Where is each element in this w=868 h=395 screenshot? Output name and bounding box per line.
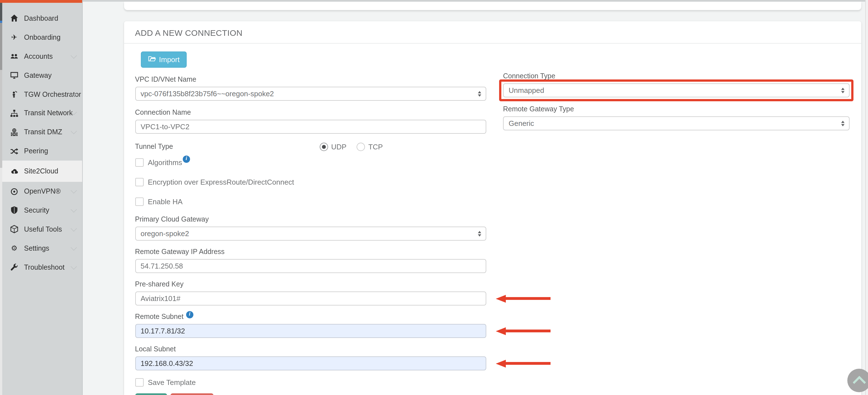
encryption-label: Encryption over ExpressRoute/DirectConne…	[148, 178, 294, 186]
field-connection-type: Connection Type Unmapped	[503, 72, 849, 101]
page-scrollbar[interactable]	[865, 0, 868, 395]
encryption-checkbox-row[interactable]: Encryption over ExpressRoute/DirectConne…	[135, 178, 850, 186]
primary-cloud-gateway-select[interactable]: oregon-spoke2	[135, 227, 486, 241]
tgw-icon	[9, 90, 19, 98]
save-template-checkbox[interactable]	[135, 378, 143, 387]
algorithms-label: Algorithms	[148, 158, 182, 167]
scroll-to-top-button[interactable]	[847, 369, 868, 392]
tunnel-type-radio-tcp[interactable]: TCP	[356, 143, 383, 151]
form-right-column: Connection Type Unmapped Remote Gateway …	[503, 72, 849, 130]
field-local-subnet: Local Subnet	[135, 345, 486, 370]
field-pre-shared-key: Pre-shared Key	[135, 280, 486, 306]
open-folder-icon	[148, 55, 156, 64]
vpc-select[interactable]: vpc-076f135b8f23b75f6~~oregon-spoke2	[135, 87, 486, 101]
tunnel-type-radio-udp[interactable]: UDP	[319, 143, 346, 151]
chevron-down-icon	[71, 263, 77, 270]
select-stepper-icon	[477, 231, 481, 237]
sidebar-item-transit-dmz[interactable]: Transit DMZ	[2, 123, 82, 142]
sidebar-item-useful-tools[interactable]: Useful Tools	[2, 220, 82, 239]
shield-icon	[9, 206, 19, 215]
select-stepper-icon	[841, 88, 844, 93]
connection-name-label: Connection Name	[135, 109, 486, 117]
remote-gateway-type-value: Generic	[508, 119, 534, 128]
sitemap-icon	[9, 109, 19, 117]
import-button[interactable]: Import	[141, 52, 187, 68]
enable-ha-checkbox[interactable]	[135, 198, 143, 206]
sidebar-item-accounts[interactable]: Accounts	[2, 47, 82, 66]
remote-gateway-type-select[interactable]: Generic	[503, 116, 849, 130]
radio-unselected-icon	[356, 143, 365, 151]
chevron-down-icon	[71, 206, 77, 213]
field-remote-gateway-ip: Remote Gateway IP Address	[135, 248, 486, 273]
sidebar-item-dashboard[interactable]: Dashboard	[2, 9, 82, 28]
sidebar-item-settings[interactable]: ⚙Settings	[2, 239, 82, 258]
add-connection-card: ADD A NEW CONNECTION Import VPC ID/VNet …	[124, 21, 861, 395]
connection-type-select[interactable]: Unmapped	[503, 83, 849, 97]
sidebar-item-gateway[interactable]: Gateway	[2, 66, 82, 85]
sidebar-item-transit-network[interactable]: Transit Network	[2, 104, 82, 123]
enable-ha-label: Enable HA	[148, 198, 183, 206]
sidebar-item-troubleshoot[interactable]: Troubleshoot	[2, 258, 82, 277]
sidebar-item-label: Site2Cloud	[24, 167, 58, 175]
sidebar-nav: Dashboard✈OnboardingAccountsGatewayTGW O…	[2, 0, 82, 277]
encryption-checkbox[interactable]	[135, 178, 143, 186]
chevron-down-icon	[71, 188, 77, 194]
chevron-down-icon	[71, 225, 77, 232]
field-remote-subnet: Remote Subnet i	[135, 313, 486, 338]
pre-shared-key-input[interactable]	[135, 291, 486, 306]
local-subnet-input[interactable]	[135, 357, 486, 370]
vpc-label: VPC ID/VNet Name	[135, 76, 486, 84]
annotation-arrow	[495, 360, 551, 367]
cube-icon	[9, 225, 19, 233]
algorithms-checkbox[interactable]	[135, 158, 143, 167]
vpc-select-value: vpc-076f135b8f23b75f6~~oregon-spoke2	[141, 89, 274, 98]
shuffle-icon	[9, 147, 19, 155]
connection-type-value: Unmapped	[508, 86, 544, 94]
info-icon[interactable]: i	[183, 156, 190, 163]
sidebar-item-label: Transit DMZ	[24, 129, 62, 136]
sidebar-item-onboarding[interactable]: ✈Onboarding	[2, 28, 82, 47]
cancel-button[interactable]: × Cancel	[171, 393, 214, 395]
annotation-arrow	[495, 294, 551, 302]
primary-cloud-gateway-label: Primary Cloud Gateway	[135, 216, 486, 224]
remote-gateway-type-label: Remote Gateway Type	[503, 105, 849, 114]
chevron-up-icon	[852, 376, 866, 389]
connection-name-input[interactable]	[135, 120, 486, 134]
sidebar-item-label: Onboarding	[24, 34, 61, 41]
ok-button[interactable]: ✓ OK	[135, 393, 167, 395]
save-template-label: Save Template	[148, 378, 196, 387]
firewall-icon	[9, 128, 19, 137]
select-stepper-icon	[477, 91, 481, 97]
tcp-radio-label: TCP	[368, 143, 383, 151]
sidebar-item-security[interactable]: Security	[2, 201, 82, 220]
chevron-down-icon	[71, 52, 77, 59]
wrench-icon	[9, 263, 19, 271]
local-subnet-label: Local Subnet	[135, 345, 486, 354]
remote-subnet-input[interactable]	[135, 324, 486, 338]
save-template-checkbox-row[interactable]: Save Template	[135, 378, 850, 387]
remote-gateway-ip-input[interactable]	[135, 259, 486, 273]
top-gray-strip	[82, 0, 868, 2]
sidebar-item-site2cloud[interactable]: Site2Cloud	[2, 161, 82, 182]
chevron-down-icon	[71, 244, 77, 251]
field-connection-name: Connection Name	[135, 109, 486, 134]
remote-gateway-ip-label: Remote Gateway IP Address	[135, 248, 486, 256]
sidebar-item-label: Dashboard	[24, 15, 58, 22]
sidebar-item-peering[interactable]: Peering	[2, 142, 82, 161]
page-title: ADD A NEW CONNECTION	[135, 28, 243, 37]
sidebar-item-label: OpenVPN®	[24, 188, 61, 195]
remote-subnet-label: Remote Subnet i	[135, 313, 486, 321]
info-icon[interactable]: i	[186, 311, 193, 318]
import-button-label: Import	[159, 55, 180, 64]
form-buttons: ✓ OK × Cancel	[135, 393, 850, 395]
card-header: ADD A NEW CONNECTION	[124, 21, 861, 44]
sidebar-item-tgw-orchestrator[interactable]: TGW Orchestrator	[2, 85, 82, 104]
sidebar-item-openvpn[interactable]: OpenVPN®	[2, 182, 82, 201]
primary-cloud-gateway-value: oregon-spoke2	[141, 229, 189, 238]
app-window: Dashboard✈OnboardingAccountsGatewayTGW O…	[0, 0, 868, 395]
plane-icon: ✈	[9, 33, 19, 42]
algorithms-checkbox-row[interactable]: Algorithms i	[135, 158, 850, 167]
monitor-icon	[9, 71, 19, 80]
enable-ha-checkbox-row[interactable]: Enable HA	[135, 198, 850, 206]
radio-selected-icon	[319, 143, 328, 151]
